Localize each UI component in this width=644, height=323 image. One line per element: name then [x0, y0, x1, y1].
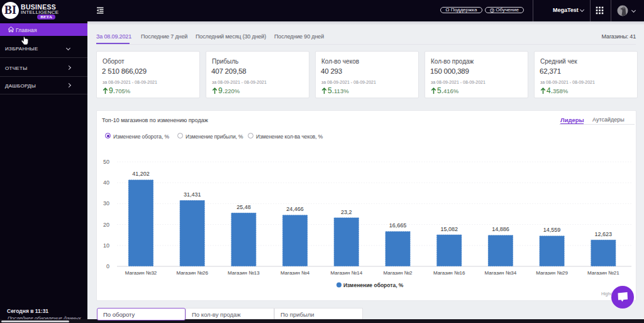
svg-text:16,665: 16,665 [389, 222, 407, 229]
svg-text:Магазин №16: Магазин №16 [433, 270, 465, 276]
svg-text:30: 30 [103, 200, 109, 207]
svg-text:50: 50 [103, 159, 109, 165]
svg-text:20: 20 [103, 222, 109, 228]
svg-text:23,2: 23,2 [341, 209, 352, 215]
svg-text:0: 0 [106, 263, 109, 269]
svg-text:10: 10 [103, 242, 109, 249]
svg-text:31,431: 31,431 [184, 191, 201, 198]
svg-text:24,466: 24,466 [286, 206, 304, 212]
svg-text:14,886: 14,886 [492, 226, 509, 232]
svg-text:Магазин №14: Магазин №14 [331, 270, 363, 276]
svg-text:12,623: 12,623 [595, 231, 613, 237]
svg-text:Магазин №21: Магазин №21 [587, 270, 619, 276]
svg-text:Магазин №34: Магазин №34 [485, 270, 517, 276]
svg-text:41,202: 41,202 [132, 171, 150, 177]
svg-text:Изменение оборота, %: Изменение оборота, % [343, 282, 404, 288]
svg-text:Магазин №13: Магазин №13 [228, 270, 260, 276]
svg-text:Магазин №2: Магазин №2 [383, 270, 413, 276]
svg-text:Магазин №26: Магазин №26 [176, 270, 208, 276]
svg-text:Магазин №4: Магазин №4 [280, 270, 310, 276]
svg-text:25,48: 25,48 [236, 204, 251, 210]
svg-text:15,082: 15,082 [440, 226, 458, 232]
svg-text:14,559: 14,559 [543, 227, 561, 233]
svg-text:Магазин №32: Магазин №32 [125, 270, 157, 276]
svg-text:40: 40 [103, 179, 109, 186]
svg-text:Магазин №29: Магазин №29 [536, 270, 568, 276]
